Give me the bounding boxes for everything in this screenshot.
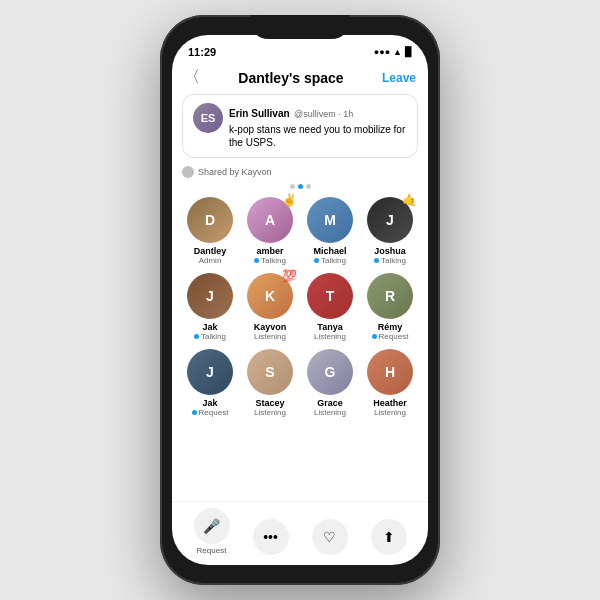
phone-screen: 11:29 ●●● ▲ ▉ 〈 Dantley's space Leave ES… [172, 35, 428, 565]
status-text: Listening [254, 408, 286, 417]
participant-status: Listening [254, 332, 286, 341]
toolbar-more[interactable]: ••• [253, 519, 289, 555]
participant-name: Joshua [374, 246, 406, 256]
participant-status: Request [192, 408, 229, 417]
participant-name: Rémy [378, 322, 403, 332]
status-text: Admin [199, 256, 222, 265]
status-text: Listening [254, 332, 286, 341]
tweet-username: Erin Sullivan @sullivem · 1h [229, 103, 407, 121]
status-text: Talking [261, 256, 286, 265]
participants-row-0: DDantleyAdminA✌️amberTalkingMMichaelTalk… [180, 197, 420, 265]
participant-stacey-2-1[interactable]: SStaceyListening [242, 349, 298, 417]
avatar-wrap: G [307, 349, 353, 395]
participant-status: Listening [254, 408, 286, 417]
mic-icon: 🎤 [203, 518, 220, 534]
participant-michael-0-2[interactable]: MMichaelTalking [302, 197, 358, 265]
participant-kayvon-1-1[interactable]: K💯KayvonListening [242, 273, 298, 341]
more-icon-circle: ••• [253, 519, 289, 555]
avatar-wrap: T [307, 273, 353, 319]
participant-name: Stacey [255, 398, 284, 408]
participant-name: Grace [317, 398, 343, 408]
participant-joshua-0-3[interactable]: J🤙JoshuaTalking [362, 197, 418, 265]
avatar-circle: R [367, 273, 413, 319]
participants-grid: DDantleyAdminA✌️amberTalkingMMichaelTalk… [172, 193, 428, 501]
participant-heather-2-3[interactable]: HHeatherListening [362, 349, 418, 417]
talking-dot [374, 258, 379, 263]
status-text: Talking [321, 256, 346, 265]
talking-dot [254, 258, 259, 263]
participant-status: Listening [374, 408, 406, 417]
avatar-circle: J [187, 349, 233, 395]
tweet-text: k-pop stans we need you to mobilize for … [229, 123, 407, 149]
phone-notch [250, 15, 350, 39]
dots-indicator [172, 182, 428, 193]
request-dot [192, 410, 197, 415]
participant-status: Admin [199, 256, 222, 265]
shared-icon [182, 166, 194, 178]
participant-tanya-1-2[interactable]: TTanyaListening [302, 273, 358, 341]
tweet-card: ES Erin Sullivan @sullivem · 1h k-pop st… [182, 94, 418, 158]
participant-status: Listening [314, 408, 346, 417]
heart-icon: ♡ [323, 529, 336, 545]
participant-jak-2-0[interactable]: JJakRequest [182, 349, 238, 417]
participant-name: Kayvon [254, 322, 287, 332]
participant-amber-0-1[interactable]: A✌️amberTalking [242, 197, 298, 265]
more-icon: ••• [263, 529, 278, 545]
avatar-wrap: J🤙 [367, 197, 413, 243]
avatar-wrap: J [187, 273, 233, 319]
participant-rémy-1-3[interactable]: RRémyRequest [362, 273, 418, 341]
talking-dot [314, 258, 319, 263]
toolbar-share[interactable]: ⬆ [371, 519, 407, 555]
leave-button[interactable]: Leave [382, 71, 416, 85]
mic-icon-circle: 🎤 [194, 508, 230, 544]
status-text: Request [379, 332, 409, 341]
status-text: Listening [314, 408, 346, 417]
participant-status: Request [372, 332, 409, 341]
participant-name: Tanya [317, 322, 342, 332]
request-dot [372, 334, 377, 339]
participant-status: Talking [314, 256, 346, 265]
toolbar-heart[interactable]: ♡ [312, 519, 348, 555]
avatar-wrap: A✌️ [247, 197, 293, 243]
heart-icon-circle: ♡ [312, 519, 348, 555]
avatar-wrap: D [187, 197, 233, 243]
wifi-icon: ▲ [393, 47, 402, 57]
status-bar: 11:29 ●●● ▲ ▉ [172, 35, 428, 63]
status-icons: ●●● ▲ ▉ [374, 47, 412, 57]
participant-name: amber [256, 246, 283, 256]
avatar-circle: S [247, 349, 293, 395]
bottom-toolbar: 🎤 Request ••• ♡ ⬆ [172, 501, 428, 565]
toolbar-request[interactable]: 🎤 Request [194, 508, 230, 555]
shared-by: Shared by Kayvon [172, 164, 428, 182]
avatar-wrap: H [367, 349, 413, 395]
avatar-emoji: 🤙 [402, 193, 417, 207]
participant-status: Talking [254, 256, 286, 265]
battery-icon: ▉ [405, 47, 412, 57]
dot-3 [306, 184, 311, 189]
tweet-meta: Erin Sullivan @sullivem · 1h k-pop stans… [229, 103, 407, 149]
back-button[interactable]: 〈 [184, 67, 200, 88]
share-icon-circle: ⬆ [371, 519, 407, 555]
tweet-user: ES Erin Sullivan @sullivem · 1h k-pop st… [193, 103, 407, 149]
talking-dot [194, 334, 199, 339]
avatar-circle: T [307, 273, 353, 319]
participant-grace-2-2[interactable]: GGraceListening [302, 349, 358, 417]
avatar-circle: J [187, 273, 233, 319]
avatar-wrap: J [187, 349, 233, 395]
participant-name: Michael [313, 246, 346, 256]
participant-dantley-0-0[interactable]: DDantleyAdmin [182, 197, 238, 265]
status-text: Request [199, 408, 229, 417]
participant-name: Dantley [194, 246, 227, 256]
participant-jak-1-0[interactable]: JJakTalking [182, 273, 238, 341]
status-text: Talking [381, 256, 406, 265]
avatar-circle: H [367, 349, 413, 395]
participant-status: Talking [194, 332, 226, 341]
tweet-avatar: ES [193, 103, 223, 133]
header: 〈 Dantley's space Leave [172, 63, 428, 94]
participant-status: Listening [314, 332, 346, 341]
participants-row-1: JJakTalkingK💯KayvonListeningTTanyaListen… [180, 273, 420, 341]
signal-icon: ●●● [374, 47, 390, 57]
dot-1 [290, 184, 295, 189]
status-text: Talking [201, 332, 226, 341]
avatar-wrap: K💯 [247, 273, 293, 319]
